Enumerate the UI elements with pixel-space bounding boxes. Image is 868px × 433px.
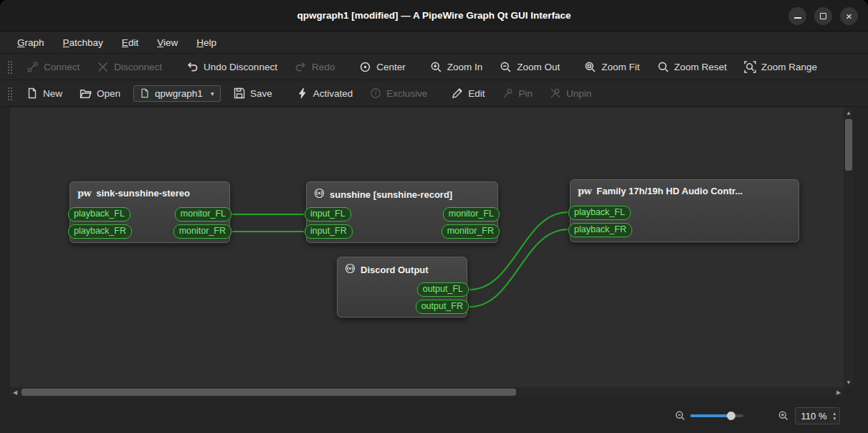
center-icon <box>359 61 371 73</box>
connect-button[interactable]: Connect <box>22 57 84 77</box>
menubar: Graph Patchbay Edit View Help <box>0 32 868 54</box>
vertical-scrollbar[interactable]: ▲ ▼ <box>844 108 854 387</box>
window-title: qpwgraph1 [modified] — A PipeWire Graph … <box>297 10 571 21</box>
patchbay-combobox-value: qpwgraph1 <box>155 88 203 99</box>
zoom-value: 110 % <box>801 411 827 422</box>
zoom-out-icon <box>500 61 512 73</box>
zoom-spinbox[interactable]: 110 % ▴ ▾ <box>795 407 840 424</box>
edit-pencil-icon <box>452 87 463 99</box>
exclusive-button[interactable]: f Exclusive <box>366 84 431 103</box>
port-input-fr[interactable]: input_FR <box>305 224 353 239</box>
undo-icon <box>186 61 199 73</box>
port-playback-fr[interactable]: playback_FR <box>68 224 132 239</box>
spin-arrows: ▴ ▾ <box>831 411 838 421</box>
zoom-slider-handle[interactable] <box>727 411 735 420</box>
zoom-in-button[interactable]: Zoom In <box>426 57 487 77</box>
disconnect-button[interactable]: Disconnect <box>92 57 166 77</box>
zoom-reset-icon <box>657 61 669 73</box>
node-sunshine-record[interactable]: sunshine [sunshine-record] input_FL inpu… <box>306 181 498 243</box>
edit-button[interactable]: Edit <box>447 84 489 103</box>
stream-icon <box>314 188 325 201</box>
open-folder-icon <box>80 87 92 100</box>
new-file-icon <box>27 87 38 99</box>
chevron-down-icon: ▾ <box>211 90 214 97</box>
new-button[interactable]: New <box>22 84 67 103</box>
zoom-in-small-icon <box>778 410 789 422</box>
scroll-up-button[interactable]: ▲ <box>844 108 854 118</box>
statusbar: 110 % ▴ ▾ <box>0 399 868 433</box>
minimize-icon <box>794 17 801 19</box>
node-header[interactable]: sunshine [sunshine-record] <box>307 182 497 204</box>
minimize-button[interactable] <box>788 7 806 25</box>
horizontal-scrollbar[interactable]: ◀ ▶ <box>10 387 844 397</box>
redo-button[interactable]: Redo <box>290 57 339 77</box>
scroll-left-button[interactable]: ◀ <box>10 387 20 397</box>
port-input-fl[interactable]: input_FL <box>305 207 351 222</box>
zoom-fit-icon <box>584 61 596 73</box>
zoom-out-button[interactable]: Zoom Out <box>495 57 564 77</box>
zoom-out-small-icon <box>674 410 686 422</box>
node-sink-sunshine-stereo[interactable]: pw sink-sunshine-stereo playback_FL play… <box>70 181 230 243</box>
node-title: sink-sunshine-stereo <box>96 188 190 199</box>
node-header[interactable]: pw Family 17h/19h HD Audio Contr... <box>571 180 798 199</box>
window-controls: × <box>788 0 858 32</box>
port-monitor-fl[interactable]: monitor_FL <box>443 207 500 222</box>
zoom-slider[interactable] <box>690 410 743 422</box>
zoom-spin-down-button[interactable]: ▾ <box>833 416 836 421</box>
node-header[interactable]: pw sink-sunshine-stereo <box>70 182 229 201</box>
node-title: sunshine [sunshine-record] <box>330 189 452 200</box>
close-button[interactable]: × <box>840 7 858 25</box>
activated-button[interactable]: Activated <box>292 84 358 103</box>
port-monitor-fl[interactable]: monitor_FL <box>175 207 232 222</box>
pin-icon <box>502 87 514 99</box>
vertical-scroll-thumb[interactable] <box>845 119 852 171</box>
exclusive-icon: f <box>370 87 381 99</box>
zoom-range-button[interactable]: Zoom Range <box>740 57 821 77</box>
menu-graph[interactable]: Graph <box>10 34 52 51</box>
maximize-button[interactable] <box>814 7 832 25</box>
disconnect-icon <box>97 61 109 73</box>
menu-patchbay[interactable]: Patchbay <box>56 34 110 51</box>
menu-help[interactable]: Help <box>189 34 224 51</box>
zoom-in-icon <box>430 61 442 73</box>
graph-canvas[interactable]: pw sink-sunshine-stereo playback_FL play… <box>10 108 844 387</box>
save-icon <box>234 87 245 99</box>
center-button[interactable]: Center <box>355 57 410 77</box>
save-button[interactable]: Save <box>229 84 277 103</box>
port-output-fl[interactable]: output_FL <box>417 282 469 297</box>
port-monitor-fr[interactable]: monitor_FR <box>173 224 232 239</box>
titlebar[interactable]: qpwgraph1 [modified] — A PipeWire Graph … <box>0 0 868 32</box>
patchbay-toolbar: New Open qpwgraph1 ▾ Save Activated <box>0 80 868 107</box>
node-family-hd-audio-controller[interactable]: pw Family 17h/19h HD Audio Contr... play… <box>570 179 799 242</box>
activated-bolt-icon <box>297 87 308 99</box>
port-playback-fr[interactable]: playback_FR <box>568 223 632 237</box>
connection-wires <box>10 108 844 387</box>
zoom-spin-up-button[interactable]: ▴ <box>833 411 836 416</box>
toolbar-drag-handle[interactable] <box>7 60 12 74</box>
patchbay-combobox[interactable]: qpwgraph1 ▾ <box>133 85 221 102</box>
horizontal-scroll-thumb[interactable] <box>22 389 516 396</box>
patchbay-file-icon <box>140 88 150 98</box>
unpin-button[interactable]: Unpin <box>545 84 596 103</box>
port-monitor-fr[interactable]: monitor_FR <box>442 224 500 239</box>
app-window: qpwgraph1 [modified] — A PipeWire Graph … <box>0 0 868 433</box>
pin-button[interactable]: Pin <box>498 84 538 103</box>
node-header[interactable]: Discord Output <box>338 257 467 279</box>
zoom-reset-button[interactable]: Zoom Reset <box>653 57 732 77</box>
menu-edit[interactable]: Edit <box>115 34 146 51</box>
scroll-down-button[interactable]: ▼ <box>844 377 854 387</box>
zoom-fit-button[interactable]: Zoom Fit <box>580 57 644 77</box>
node-discord-output[interactable]: Discord Output output_FL output_FR <box>337 257 467 318</box>
menu-view[interactable]: View <box>150 34 185 51</box>
unpin-icon <box>550 87 561 99</box>
toolbar-drag-handle[interactable] <box>7 86 12 100</box>
zoom-range-icon <box>744 61 756 73</box>
port-output-fr[interactable]: output_FR <box>416 300 469 314</box>
open-button[interactable]: Open <box>75 84 125 103</box>
close-icon: × <box>846 11 852 22</box>
port-playback-fl[interactable]: playback_FL <box>568 206 631 220</box>
undo-disconnect-button[interactable]: Undo Disconnect <box>182 57 282 77</box>
scroll-right-button[interactable]: ▶ <box>834 387 844 397</box>
pipewire-icon: pw <box>578 186 591 196</box>
port-playback-fl[interactable]: playback_FL <box>68 207 130 222</box>
